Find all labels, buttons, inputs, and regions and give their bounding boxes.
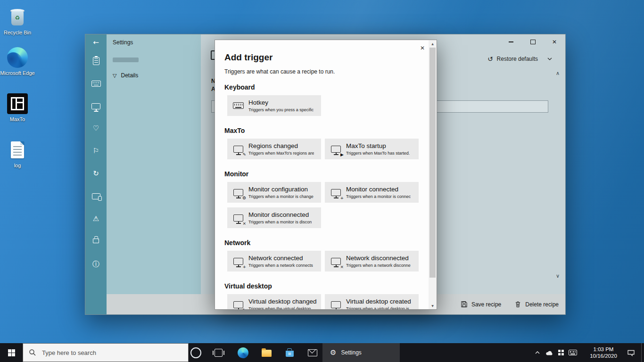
clock-time: 1:03 PM [594, 346, 614, 353]
delete-recipe-button[interactable]: Delete recipe [514, 301, 559, 308]
tile-desc: Triggers when a monitor is change [248, 194, 314, 199]
tile-title: Hotkey [248, 99, 314, 106]
tile-desc: Triggers when you press a specific [248, 107, 314, 112]
trigger-tile-network-connected[interactable]: + Network connectedTriggers when a netwo… [227, 251, 321, 272]
cortana-button[interactable] [184, 343, 207, 362]
network-plus-icon [233, 258, 243, 265]
section-header-virtual-desktop: Virtual desktop [224, 282, 272, 290]
content-scroll-down[interactable]: ∨ [556, 273, 560, 279]
monitor-icon [91, 103, 100, 109]
trigger-tile-hotkey[interactable]: HotkeyTriggers when you press a specific [227, 95, 321, 116]
trigger-tile-monitor-disconnected[interactable]: × Monitor disconnectedTriggers when a mo… [227, 207, 321, 228]
recycle-bin-icon: ♻ [10, 8, 25, 25]
desktop-icon-maxto[interactable]: MaxTo [0, 92, 35, 123]
tile-desc: Triggers when MaxTo's regions are [248, 151, 314, 156]
sidebar-item-devices[interactable] [85, 192, 107, 200]
trigger-tile-maxto-startup[interactable]: ▶ MaxTo startupTriggers when MaxTo has s… [325, 139, 419, 159]
dialog-close-button[interactable]: ✕ [418, 43, 427, 53]
minimize-button[interactable] [500, 34, 522, 49]
sidebar-item-monitors[interactable] [85, 102, 107, 110]
sidebar-item-hotkeys[interactable] [85, 79, 107, 88]
mail-button[interactable] [301, 343, 324, 362]
tray-grid-button[interactable] [555, 343, 567, 362]
sidebar-item-favorites[interactable]: ♡ [85, 124, 107, 132]
edge-taskbar-button[interactable] [231, 343, 254, 362]
restore-defaults-button[interactable]: ↺ Restore defaults [487, 55, 552, 63]
lock-icon [93, 239, 99, 243]
save-recipe-button[interactable]: Save recipe [461, 301, 501, 308]
desktop-icon-recycle-bin[interactable]: ♻ Recycle Bin [0, 6, 35, 36]
sidebar-item-flags[interactable]: ⚐ [85, 147, 107, 155]
chevron-up-icon [535, 351, 540, 354]
trigger-tile-virtual-desktop-created[interactable]: + Virtual desktop createdTriggers when a… [325, 294, 419, 310]
settings-taskbar-button[interactable]: ⚙ Settings [322, 343, 400, 362]
search-input[interactable] [41, 349, 188, 357]
start-button[interactable] [0, 343, 23, 362]
settings-panel: Settings ▽ Details [107, 34, 201, 295]
close-button[interactable]: ✕ [544, 34, 565, 49]
desktop-plus-icon [331, 301, 341, 308]
document-icon [11, 141, 24, 158]
panel-item-disabled[interactable] [113, 58, 139, 62]
tile-title: Monitor disconnected [248, 211, 312, 218]
edge-icon [7, 47, 28, 68]
desktop-icon-microsoft-edge[interactable]: Microsoft Edge [0, 46, 35, 76]
tile-title: MaxTo startup [346, 142, 410, 149]
monitor-play-icon [331, 146, 341, 153]
desktop-icon-label: Microsoft Edge [0, 70, 35, 76]
clipboard-icon [93, 57, 99, 65]
trigger-tile-network-disconnected[interactable]: × Network disconnectedTriggers when a ne… [325, 251, 419, 272]
tile-desc: Triggers when a monitor is discon [248, 220, 312, 224]
scroll-up-arrow[interactable]: ▲ [429, 42, 437, 45]
section-header-maxto: MaxTo [224, 127, 245, 134]
devices-icon [92, 193, 100, 199]
trash-icon [514, 301, 521, 308]
window-controls: ✕ [500, 34, 565, 49]
trigger-tile-regions-changed[interactable]: ✎ Regions changedTriggers when MaxTo's r… [227, 139, 321, 159]
tray-cloud-button[interactable] [543, 343, 555, 362]
restore-defaults-label: Restore defaults [497, 56, 538, 62]
sidebar-item-warnings[interactable]: ⚠ [85, 214, 107, 223]
file-explorer-button[interactable] [255, 343, 278, 362]
taskbar-search[interactable] [23, 343, 189, 362]
save-recipe-label: Save recipe [471, 301, 501, 308]
tile-title: Regions changed [248, 142, 314, 149]
trigger-tile-monitor-configuration[interactable]: ⚙ Monitor configurationTriggers when a m… [227, 182, 321, 203]
keyboard-icon [569, 350, 577, 355]
monitor-gear-icon [233, 189, 243, 196]
dialog-subtitle: Triggers are what can cause a recipe to … [224, 68, 335, 75]
scrollbar-thumb[interactable] [429, 48, 436, 278]
tile-desc: Triggers when a network connects [248, 263, 313, 268]
store-button[interactable]: ⊞ [278, 343, 301, 362]
panel-item-details[interactable]: ▽ Details [113, 72, 138, 79]
trigger-tile-monitor-connected[interactable]: + Monitor connectedTriggers when a monit… [325, 182, 419, 203]
show-hidden-icons-button[interactable] [532, 343, 543, 362]
tile-title: Virtual desktop created [346, 298, 411, 305]
tray-input-indicator[interactable] [567, 343, 579, 362]
sidebar-item-about[interactable]: ⓘ [85, 260, 107, 268]
sidebar-item-sync[interactable]: ↻ [85, 169, 107, 178]
filter-icon: ▽ [113, 73, 116, 79]
tile-title: Virtual desktop changed [248, 298, 317, 305]
task-view-button[interactable] [207, 343, 230, 362]
sidebar-item-recipes[interactable] [85, 57, 107, 65]
trigger-tile-virtual-desktop-changed[interactable]: ↻ Virtual desktop changedTriggers when t… [227, 294, 321, 310]
task-view-icon [215, 349, 223, 357]
taskbar: ⊞ ⚙ Settings 1:03 PM 10/16/2020 [0, 343, 644, 362]
sidebar-item-security[interactable] [85, 235, 107, 244]
action-center-button[interactable] [623, 343, 638, 362]
show-desktop-button[interactable] [641, 343, 644, 362]
maximize-button[interactable] [522, 34, 544, 49]
monitor-edit-icon [233, 146, 243, 153]
undo-icon: ↺ [487, 55, 493, 63]
desktop-icon-log[interactable]: log [0, 139, 35, 169]
monitor-x-icon [233, 214, 243, 222]
taskbar-clock[interactable]: 1:03 PM 10/16/2020 [584, 343, 623, 362]
scroll-down-arrow[interactable]: ▼ [429, 304, 437, 307]
back-button[interactable]: ← [85, 38, 107, 47]
keyboard-icon [91, 81, 101, 87]
section-header-keyboard: Keyboard [224, 83, 255, 91]
content-scroll-up[interactable]: ∧ [556, 70, 560, 76]
desktop-icon-label: MaxTo [0, 116, 35, 123]
dialog-scrollbar[interactable]: ▲ ▼ [429, 40, 437, 309]
